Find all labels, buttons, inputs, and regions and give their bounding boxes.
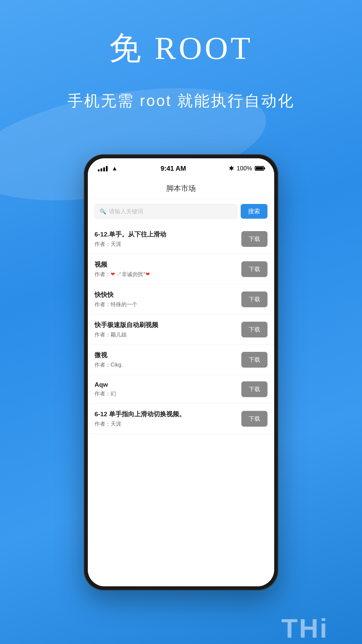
search-input-wrapper[interactable]: 🔍 请输入关键词 <box>95 204 237 219</box>
wifi-icon: ▲ <box>112 165 118 172</box>
signal-bar-4 <box>106 166 108 171</box>
signal-bar-1 <box>98 169 100 171</box>
list-item: Aqw 作者：幻 下载 <box>88 375 274 404</box>
search-placeholder: 请输入关键词 <box>109 208 143 215</box>
script-name: 6-12 单手指向上滑动切换视频。 <box>95 410 236 419</box>
hero-subtitle: 手机无需 root 就能执行自动化 <box>0 91 362 111</box>
script-author: 作者：幻 <box>95 390 236 397</box>
script-author: 作者：特殊的一个 <box>95 301 236 308</box>
script-list: 6-12.单手。从下往上滑动 作者：天涯 下载 视频 作者：❤ ↗非诚勿扰°❤ … <box>88 224 274 586</box>
download-button[interactable]: 下载 <box>241 261 267 277</box>
download-button[interactable]: 下载 <box>241 381 267 397</box>
list-item: 6-12.单手。从下往上滑动 作者：天涯 下载 <box>88 224 274 254</box>
phone-screen: ▲ 9:41 AM ✱ 100% 脚本市场 <box>88 158 274 586</box>
bottom-text: THi <box>281 613 328 644</box>
list-item: 微视 作者：Cikg. 下载 <box>88 345 274 375</box>
script-name: Aqw <box>95 381 236 388</box>
list-item: 6-12 单手指向上滑动切换视频。 作者：天涯 下载 <box>88 404 274 434</box>
script-author: 作者：Cikg. <box>95 362 236 369</box>
script-name: 微视 <box>95 351 236 360</box>
hero-section: 免 ROOT 手机无需 root 就能执行自动化 <box>0 27 362 111</box>
script-author: 作者：❤ ↗非诚勿扰°❤ <box>95 271 236 278</box>
script-name: 快手极速版自动刷视频 <box>95 321 236 329</box>
script-info: 6-12.单手。从下往上滑动 作者：天涯 <box>95 230 236 248</box>
search-button[interactable]: 搜索 <box>241 204 267 219</box>
phone-frame: ▲ 9:41 AM ✱ 100% 脚本市场 <box>84 154 278 590</box>
search-section: 🔍 请输入关键词 搜索 <box>88 199 274 224</box>
script-info: 微视 作者：Cikg. <box>95 351 236 369</box>
download-button[interactable]: 下载 <box>241 231 267 247</box>
script-name: 6-12.单手。从下往上滑动 <box>95 230 236 239</box>
script-author: 作者：颖儿姐 <box>95 331 236 338</box>
search-icon: 🔍 <box>100 208 106 215</box>
signal-bar-3 <box>103 167 105 171</box>
script-name: 快快快 <box>95 290 236 299</box>
download-button[interactable]: 下载 <box>241 352 267 368</box>
script-info: 快手极速版自动刷视频 作者：颖儿姐 <box>95 321 236 338</box>
script-author: 作者：天涯 <box>95 421 236 428</box>
battery-icon <box>255 166 264 171</box>
hero-title: 免 ROOT <box>0 27 362 70</box>
script-info: 6-12 单手指向上滑动切换视频。 作者：天涯 <box>95 410 236 428</box>
script-info: 视频 作者：❤ ↗非诚勿扰°❤ <box>95 260 236 278</box>
status-left: ▲ <box>98 165 118 172</box>
script-name: 视频 <box>95 260 236 269</box>
phone-mockup: ▲ 9:41 AM ✱ 100% 脚本市场 <box>84 154 278 597</box>
script-info: 快快快 作者：特殊的一个 <box>95 290 236 308</box>
app-title: 脚本市场 <box>166 183 196 194</box>
list-item: 快手极速版自动刷视频 作者：颖儿姐 下载 <box>88 315 274 345</box>
status-time: 9:41 AM <box>161 165 186 172</box>
download-button[interactable]: 下载 <box>241 411 267 427</box>
battery-percent: 100% <box>237 165 252 172</box>
signal-bar-2 <box>101 168 102 171</box>
signal-bars-icon <box>98 165 108 171</box>
download-button[interactable]: 下载 <box>241 291 267 307</box>
list-item: 快快快 作者：特殊的一个 下载 <box>88 284 274 315</box>
app-titlebar: 脚本市场 <box>88 178 274 199</box>
heart-icon: ❤ <box>111 271 115 277</box>
list-item: 视频 作者：❤ ↗非诚勿扰°❤ 下载 <box>88 254 274 284</box>
bluetooth-icon: ✱ <box>229 165 234 172</box>
heart-icon-2: ❤ <box>145 271 150 277</box>
script-info: Aqw 作者：幻 <box>95 381 236 397</box>
status-bar: ▲ 9:41 AM ✱ 100% <box>88 158 274 178</box>
script-author: 作者：天涯 <box>95 241 236 248</box>
download-button[interactable]: 下载 <box>241 322 267 337</box>
status-right: ✱ 100% <box>229 165 264 172</box>
